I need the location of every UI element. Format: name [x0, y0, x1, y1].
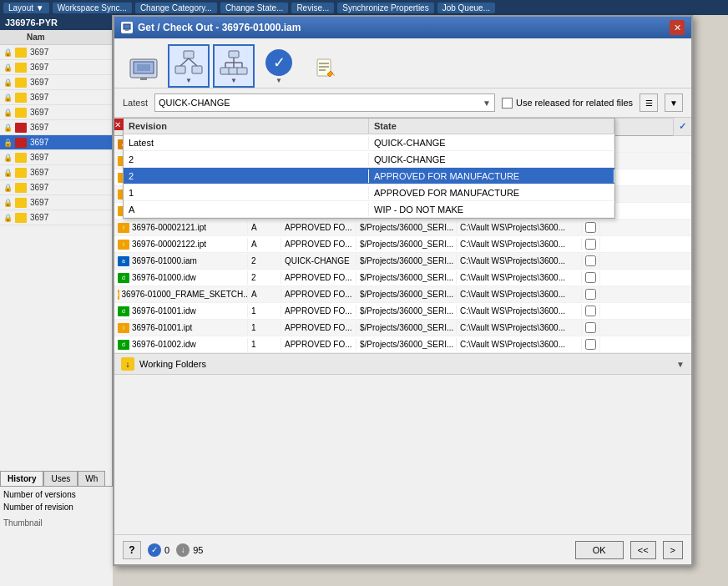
blue-check-icon: ✓ [265, 49, 292, 76]
view-options-button[interactable]: ☰ [640, 93, 658, 112]
help-button[interactable]: ? [123, 541, 141, 559]
edit-pencil-icon [309, 54, 339, 84]
popup-revision-cell: 2 [124, 169, 369, 183]
list-item[interactable]: 🔒 3697 [0, 60, 112, 75]
popup-row-1[interactable]: 1 APPROVED FOR MANUFACTURE [124, 184, 614, 201]
list-item[interactable]: 🔒 3697 [0, 210, 112, 225]
network-view-button[interactable]: ▼ [168, 44, 210, 88]
close-popup-button[interactable]: ✕ [114, 119, 124, 130]
file-check-cell[interactable] [582, 237, 600, 251]
version-dropdown-popup: ✕ Revision State Latest QUICK-CHANGE 2 Q… [123, 118, 615, 219]
tab-uses[interactable]: Uses [43, 471, 78, 486]
file-state-cell: APPROVED FO... [281, 305, 356, 317]
assembly-view-button[interactable] [123, 44, 164, 88]
file-checkbox[interactable] [585, 239, 596, 250]
taskbar-job-queue[interactable]: Job Queue... [437, 3, 495, 13]
file-checkbox[interactable] [585, 339, 596, 350]
ipt-icon: i [118, 290, 119, 300]
popup-row-latest[interactable]: Latest QUICK-CHANGE [124, 134, 614, 151]
popup-row-2a[interactable]: 2 QUICK-CHANGE [124, 151, 614, 168]
app-background: Layout ▼ Workspace Sync... Change Catego… [0, 0, 728, 586]
file-check-cell[interactable] [582, 304, 600, 318]
popup-row-2b-selected[interactable]: 2 APPROVED FOR MANUFACTURE [124, 168, 614, 184]
forward-button[interactable]: > [663, 541, 683, 559]
list-item[interactable]: 🔒 3697 [0, 90, 112, 105]
taskbar-change-state[interactable]: Change State... [220, 3, 289, 13]
dialog-bottom-bar: ? ✓ 0 ↓ 95 OK << > [114, 534, 691, 564]
taskbar-workspace-sync[interactable]: Workspace Sync... [53, 3, 132, 13]
table-row[interactable]: d 36976-01002.idw 1 APPROVED FO... $/Pro… [114, 336, 691, 353]
edit-button[interactable] [303, 44, 345, 88]
list-item-text: 3697 [30, 123, 48, 132]
table-row[interactable]: i 36976-01000_FRAME_SKETCH... A APPROVED… [114, 286, 691, 303]
popup-state-cell: APPROVED FOR MANUFACTURE [369, 186, 614, 200]
version-dropdown[interactable]: QUICK-CHANGE ▼ [154, 93, 495, 112]
table-row[interactable]: d 36976-01001.idw 1 APPROVED FO... $/Pro… [114, 303, 691, 320]
working-folders-bar[interactable]: ↓ Working Folders ▼ [114, 353, 691, 375]
list-item[interactable]: 🔒 3697 [0, 120, 112, 135]
col-name-header: Nam [27, 33, 45, 42]
file-list: Nam 🔒 3697 🔒 3697 🔒 3697 🔒 3697 [0, 30, 112, 225]
file-check-cell[interactable] [582, 270, 600, 285]
dialog-toolbar: ▼ [114, 38, 691, 88]
table-row[interactable]: i 36976-00002121.ipt A APPROVED FO... $/… [114, 220, 691, 236]
dropdown-arrow-icon: ▼ [185, 77, 192, 84]
file-rev-cell: 2 [248, 271, 281, 284]
file-vault-cell: $/Projects/36000_SERI... [356, 305, 457, 317]
file-checkbox[interactable] [585, 322, 596, 333]
taskbar-layout[interactable]: Layout ▼ [3, 3, 49, 13]
file-name-cell: i 36976-01001.ipt [114, 321, 248, 335]
taskbar-sync-props[interactable]: Synchronize Properties [337, 3, 433, 13]
back-button[interactable]: << [630, 541, 656, 559]
tab-history[interactable]: History [0, 471, 43, 486]
file-checkbox[interactable] [585, 272, 596, 283]
ok-button[interactable]: OK [575, 541, 624, 559]
popup-row-a[interactable]: A WIP - DO NOT MAKE [124, 201, 614, 218]
tab-wh[interactable]: Wh [78, 471, 105, 486]
file-check-cell[interactable] [582, 337, 600, 351]
tree-icon [219, 48, 249, 77]
folder-icon-red [15, 138, 27, 148]
list-item[interactable]: 🔒 3697 [0, 180, 112, 195]
list-item[interactable]: 🔒 3697 [0, 195, 112, 210]
file-checkbox[interactable] [585, 306, 596, 316]
taskbar-change-category[interactable]: Change Category... [135, 3, 217, 13]
file-check-cell[interactable] [582, 321, 600, 335]
popup-state-cell: APPROVED FOR MANUFACTURE [369, 169, 614, 183]
file-local-cell: C:\Vault WS\Projects\3600... [457, 271, 582, 284]
table-row[interactable]: i 36976-00002122.ipt A APPROVED FO... $/… [114, 236, 691, 253]
approve-button[interactable]: ✓ ▼ [258, 44, 300, 88]
file-check-cell[interactable] [582, 220, 600, 235]
close-button[interactable]: ✕ [670, 20, 685, 35]
list-item[interactable]: 🔒 3697 [0, 75, 112, 90]
left-panel: J36976-PYR Nam 🔒 3697 🔒 3697 🔒 3697 [0, 15, 113, 586]
list-item[interactable]: 🔒 3697 [0, 150, 112, 165]
list-item-selected[interactable]: 🔒 3697 [0, 135, 112, 150]
dropdown-selected-value: QUICK-CHANGE [159, 98, 230, 108]
file-checkbox[interactable] [585, 255, 596, 266]
view-toggle-button[interactable]: ▼ [665, 93, 683, 112]
table-row[interactable]: a 36976-01000.iam 2 QUICK-CHANGE $/Proje… [114, 253, 691, 270]
working-folders-expand-icon[interactable]: ▼ [676, 360, 685, 369]
svg-rect-6 [184, 51, 194, 58]
file-checkbox[interactable] [585, 289, 596, 300]
list-item[interactable]: 🔒 3697 [0, 165, 112, 180]
dropdown-chevron-icon: ▼ [483, 99, 491, 108]
table-row[interactable]: d 36976-01000.idw 2 APPROVED FO... $/Pro… [114, 270, 691, 286]
use-released-checkbox[interactable] [502, 98, 513, 109]
idw-icon: d [118, 340, 129, 350]
file-checkbox[interactable] [585, 222, 596, 233]
popup-state-cell: QUICK-CHANGE [369, 136, 614, 149]
file-rev-cell: A [248, 288, 281, 301]
dialog-content: ▼ [114, 38, 691, 564]
file-check-cell[interactable] [582, 287, 600, 301]
table-row[interactable]: i 36976-01001.ipt 1 APPROVED FO... $/Pro… [114, 320, 691, 336]
tree-view-button[interactable]: ▼ [213, 44, 255, 88]
list-item[interactable]: 🔒 3697 [0, 45, 112, 60]
list-item[interactable]: 🔒 3697 [0, 105, 112, 120]
file-check-cell[interactable] [582, 254, 600, 268]
checkout-count: 0 [164, 545, 169, 555]
file-name-cell: d 36976-01001.idw [114, 305, 248, 318]
dialog-title-text: Get / Check Out - 36976-01000.iam [138, 22, 301, 33]
taskbar-revise[interactable]: Revise... [291, 3, 334, 13]
